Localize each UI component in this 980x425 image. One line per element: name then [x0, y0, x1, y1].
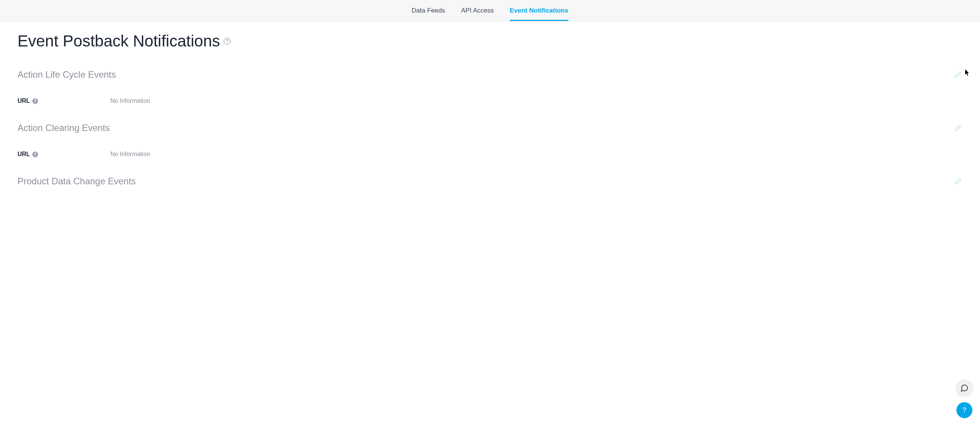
- help-icon[interactable]: ?: [32, 152, 38, 157]
- section-title: Product Data Change Events: [18, 176, 136, 187]
- section-product-data-change: Product Data Change Events: [18, 176, 963, 187]
- pencil-icon: [955, 71, 961, 78]
- section-action-clearing: Action Clearing Events URL ? No Informat…: [18, 123, 963, 158]
- help-icon[interactable]: ?: [32, 98, 38, 104]
- section-header: Action Life Cycle Events: [18, 69, 963, 80]
- help-icon[interactable]: ?: [224, 38, 231, 45]
- pencil-icon: [955, 125, 961, 131]
- page-content: Event Postback Notifications ? Action Li…: [0, 21, 980, 228]
- edit-button[interactable]: [953, 177, 963, 186]
- section-title: Action Clearing Events: [18, 123, 110, 133]
- edit-button[interactable]: [953, 123, 963, 133]
- page-title: Event Postback Notifications: [18, 32, 220, 50]
- pencil-icon: [955, 178, 961, 185]
- page-title-row: Event Postback Notifications ?: [18, 32, 963, 50]
- tab-data-feeds[interactable]: Data Feeds: [412, 1, 445, 21]
- field-value: No Information: [110, 151, 150, 158]
- field-label: URL ?: [18, 151, 107, 158]
- section-action-life-cycle: Action Life Cycle Events URL ? No Inform…: [18, 69, 963, 104]
- field-label: URL ?: [18, 97, 107, 104]
- edit-button[interactable]: [953, 70, 963, 79]
- section-header: Product Data Change Events: [18, 176, 963, 187]
- tab-bar: Data Feeds API Access Event Notification…: [0, 0, 980, 21]
- section-title: Action Life Cycle Events: [18, 69, 116, 80]
- field-row: URL ? No Information: [18, 97, 963, 104]
- field-value: No Information: [110, 97, 150, 104]
- section-header: Action Clearing Events: [18, 123, 963, 133]
- tab-api-access[interactable]: API Access: [461, 1, 494, 21]
- tab-event-notifications[interactable]: Event Notifications: [510, 1, 568, 21]
- field-row: URL ? No Information: [18, 151, 963, 158]
